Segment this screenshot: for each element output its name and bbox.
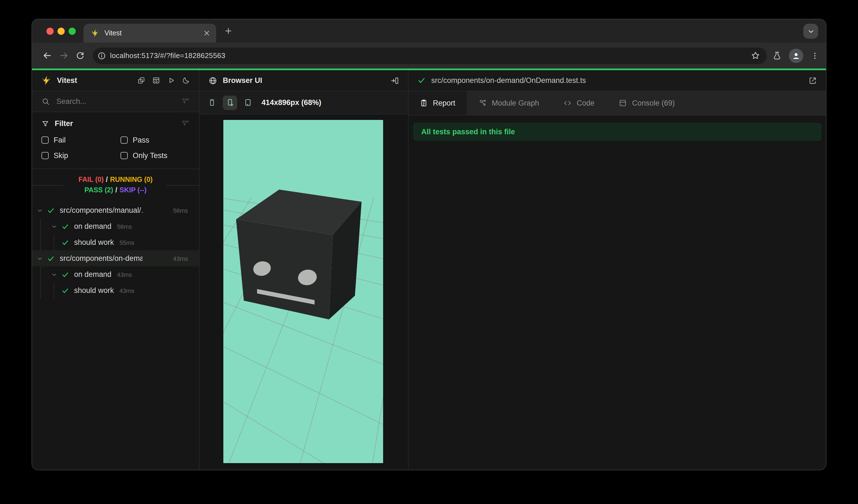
- search-row: [32, 91, 199, 112]
- report-body: [409, 141, 826, 470]
- test-detail-panel: src/components/on-demand/OnDemand.test.t…: [409, 70, 826, 470]
- vitest-logo-icon: [41, 75, 51, 86]
- tested-app-preview[interactable]: [223, 120, 383, 463]
- test-summary: FAIL (0)/RUNNING (0) PASS (2)/SKIP (--): [32, 169, 199, 199]
- run-all-button[interactable]: [167, 76, 175, 84]
- chevron-down-icon[interactable]: [36, 255, 43, 262]
- dashboard-button[interactable]: [152, 76, 160, 84]
- test-tree: src/components/manual/… 56ms on demand 5…: [32, 202, 199, 298]
- tab-report-label: Report: [433, 99, 455, 107]
- filter-skip-label: Skip: [54, 151, 68, 160]
- filter-pass-option[interactable]: Pass: [121, 136, 190, 144]
- filter-pass-checkbox[interactable]: [121, 136, 128, 144]
- collapse-preview-panel-button[interactable]: [390, 76, 399, 85]
- globe-icon: [208, 76, 217, 85]
- browser-tab[interactable]: Vitest: [83, 24, 216, 43]
- tab-search-button[interactable]: [803, 24, 818, 39]
- tab-code-label: Code: [577, 99, 594, 107]
- separator: /: [113, 186, 120, 194]
- filter-skip-option[interactable]: Skip: [42, 151, 121, 160]
- filter-only-tests-checkbox[interactable]: [121, 152, 128, 159]
- filter-title: Filter: [55, 119, 176, 128]
- site-info-icon[interactable]: [97, 51, 106, 60]
- tab-module-graph[interactable]: Module Graph: [466, 91, 551, 115]
- person-icon: [791, 51, 801, 61]
- smartphone-plus-icon: [226, 98, 234, 107]
- new-tab-button[interactable]: [224, 27, 233, 35]
- device-toolbar: 414x896px (68%): [200, 91, 408, 114]
- pass-check-icon: [61, 239, 69, 246]
- open-in-editor-button[interactable]: [808, 76, 817, 85]
- running-count: RUNNING (0): [110, 176, 153, 183]
- pass-check-icon: [47, 255, 55, 262]
- url-text[interactable]: localhost:5173/#/?file=1828625563: [110, 51, 747, 60]
- close-tab-icon[interactable]: [203, 29, 211, 37]
- pass-check-icon: [61, 271, 69, 278]
- chevron-down-icon[interactable]: [36, 207, 43, 214]
- profile-avatar-button[interactable]: [789, 48, 803, 63]
- test-duration: 56ms: [117, 223, 132, 230]
- device-tablet-button[interactable]: [244, 98, 252, 107]
- chevron-down-icon[interactable]: [51, 271, 58, 278]
- browser-ui-title: Browser UI: [223, 76, 262, 84]
- detail-header: src/components/on-demand/OnDemand.test.t…: [409, 70, 826, 91]
- address-bar[interactable]: localhost:5173/#/?file=1828625563: [93, 47, 767, 64]
- back-arrow-icon: [42, 51, 52, 60]
- browser-menu-icon[interactable]: [810, 51, 819, 60]
- pass-count: PASS (2): [84, 186, 113, 194]
- forward-button[interactable]: [55, 47, 72, 64]
- pass-check-icon: [61, 287, 69, 294]
- test-explorer-sidebar: Vitest Filter: [32, 70, 200, 470]
- viewport-size-label: 414x896px (68%): [261, 98, 321, 107]
- bookmark-star-icon[interactable]: [751, 51, 760, 60]
- minimize-window-button[interactable]: [58, 28, 65, 35]
- chevron-down-icon[interactable]: [51, 223, 58, 230]
- zoom-window-button[interactable]: [68, 28, 76, 35]
- tree-guide: [54, 234, 54, 250]
- tab-title: Vitest: [105, 29, 198, 37]
- tree-row-test[interactable]: should work 43ms: [32, 282, 199, 298]
- detail-tabs: Report Module Graph Code Console (69): [409, 91, 826, 115]
- suite-label: on demand: [74, 222, 111, 230]
- search-input[interactable]: [55, 97, 176, 106]
- test-duration: 43ms: [120, 287, 134, 294]
- desktop: Vitest localhost:5173/#/?file=1828625: [0, 0, 858, 504]
- filter-fail-option[interactable]: Fail: [42, 136, 121, 144]
- suite-label: on demand: [74, 270, 111, 278]
- chrome-actions: [772, 48, 819, 63]
- test-duration: 43ms: [173, 255, 188, 262]
- tab-report[interactable]: Report: [409, 91, 466, 115]
- back-button[interactable]: [39, 47, 55, 64]
- close-window-button[interactable]: [46, 28, 54, 35]
- device-phone-add-button-selected[interactable]: [223, 95, 237, 110]
- experiments-flask-icon[interactable]: [772, 51, 782, 60]
- tree-row-file[interactable]: src/components/manual/… 56ms: [32, 202, 199, 218]
- browser-window: Vitest localhost:5173/#/?file=1828625: [32, 19, 826, 470]
- filter-fail-checkbox[interactable]: [42, 136, 49, 144]
- tab-console[interactable]: Console (69): [607, 91, 687, 115]
- tree-row-file-selected[interactable]: src/components/on-dema… 43ms: [32, 250, 199, 266]
- sidebar-actions: [137, 76, 190, 84]
- clear-filter-icon[interactable]: [181, 119, 190, 128]
- filter-only-tests-option[interactable]: Only Tests: [121, 151, 190, 160]
- address-toolbar: localhost:5173/#/?file=1828625563: [32, 43, 826, 68]
- tree-row-suite[interactable]: on demand 43ms: [32, 266, 199, 282]
- clear-search-filter-icon[interactable]: [181, 97, 190, 105]
- search-icon: [42, 97, 50, 105]
- tree-row-suite[interactable]: on demand 56ms: [32, 218, 199, 234]
- tab-strip: Vitest: [32, 19, 826, 43]
- vitest-favicon-icon: [91, 29, 99, 37]
- collapse-tests-button[interactable]: [137, 76, 145, 84]
- device-phone-button[interactable]: [208, 98, 216, 107]
- theme-toggle-moon-button[interactable]: [182, 76, 190, 84]
- reload-button[interactable]: [72, 47, 89, 64]
- skip-count: SKIP (--): [120, 186, 146, 194]
- fail-count: FAIL (0): [79, 176, 104, 183]
- filter-skip-checkbox[interactable]: [42, 152, 49, 159]
- app-title: Vitest: [57, 76, 77, 84]
- tab-code[interactable]: Code: [551, 91, 607, 115]
- tree-row-test[interactable]: should work 55ms: [32, 234, 199, 250]
- preview-area: [200, 114, 408, 470]
- pass-check-icon: [61, 223, 69, 230]
- file-label: src/components/manual/…: [60, 206, 143, 214]
